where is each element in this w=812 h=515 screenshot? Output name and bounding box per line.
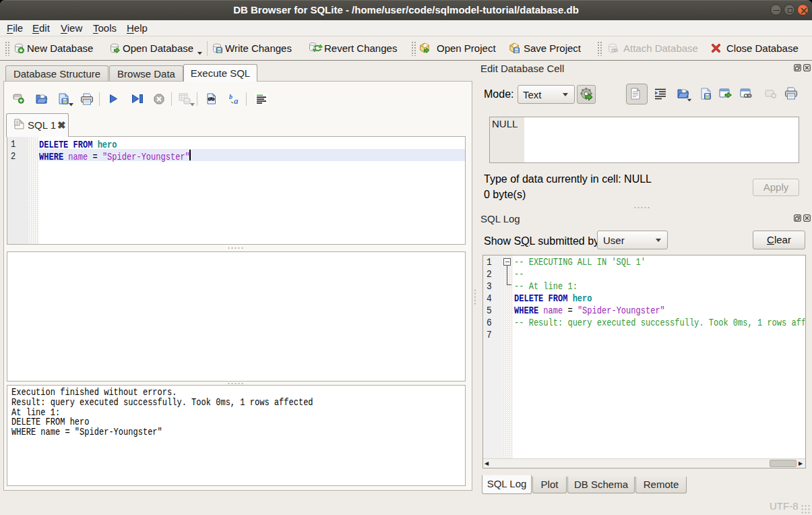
svg-text:b: b [229,93,232,100]
svg-text:a: a [234,96,239,105]
